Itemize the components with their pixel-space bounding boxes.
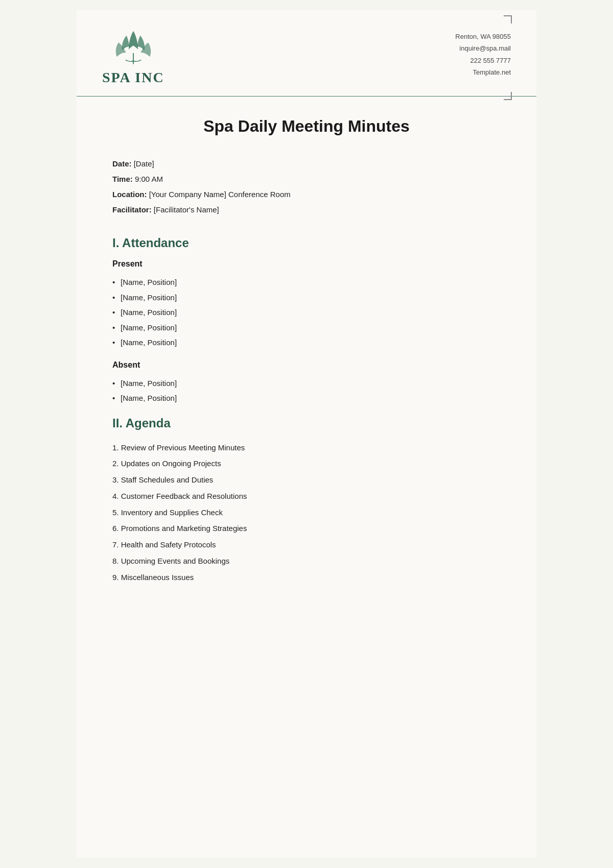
agenda-heading: II. Agenda	[112, 416, 501, 430]
list-item: 1. Review of Previous Meeting Minutes	[112, 440, 501, 456]
meta-section: Date: [Date] Time: 9:00 AM Location: [Yo…	[112, 156, 501, 218]
facilitator-label: Facilitator:	[112, 205, 152, 214]
absent-list: [Name, Position] [Name, Position]	[112, 376, 501, 406]
lotus-icon	[110, 26, 156, 66]
list-item: 9. Miscellaneous Issues	[112, 569, 501, 586]
contact-info: Renton, WA 98055 inquire@spa.mail 222 55…	[455, 26, 511, 79]
contact-address: Renton, WA 98055	[455, 31, 511, 42]
list-item: 3. Staff Schedules and Duties	[112, 472, 501, 488]
contact-website: Template.net	[455, 66, 511, 78]
time-label: Time:	[112, 175, 133, 183]
attendance-heading: I. Attendance	[112, 236, 501, 250]
list-item: 4. Customer Feedback and Resolutions	[112, 488, 501, 504]
absent-subheading: Absent	[112, 360, 501, 370]
list-item: [Name, Position]	[112, 376, 501, 391]
corner-bracket-bottom	[504, 92, 512, 100]
meta-location: Location: [Your Company Name] Conference…	[112, 187, 501, 202]
list-item: [Name, Position]	[112, 391, 501, 406]
present-list: [Name, Position] [Name, Position] [Name,…	[112, 275, 501, 350]
main-content: Spa Daily Meeting Minutes Date: [Date] T…	[77, 97, 536, 621]
company-name: SPA INC	[102, 69, 164, 86]
document-page: SPA INC Renton, WA 98055 inquire@spa.mai…	[77, 10, 536, 858]
page-header: SPA INC Renton, WA 98055 inquire@spa.mai…	[77, 10, 536, 97]
list-item: 8. Upcoming Events and Bookings	[112, 553, 501, 569]
location-value: [Your Company Name] Conference Room	[149, 190, 291, 199]
list-item: 6. Promotions and Marketing Strategies	[112, 520, 501, 537]
list-item: 2. Updates on Ongoing Projects	[112, 455, 501, 472]
date-value: [Date]	[134, 159, 154, 168]
time-value: 9:00 AM	[135, 175, 163, 183]
date-label: Date:	[112, 159, 132, 168]
list-item: 5. Inventory and Supplies Check	[112, 504, 501, 521]
location-label: Location:	[112, 190, 147, 199]
present-subheading: Present	[112, 259, 501, 269]
corner-bracket-top	[504, 15, 512, 23]
agenda-list: 1. Review of Previous Meeting Minutes 2.…	[112, 440, 501, 586]
list-item: [Name, Position]	[112, 305, 501, 320]
list-item: [Name, Position]	[112, 335, 501, 350]
list-item: [Name, Position]	[112, 275, 501, 290]
facilitator-value: [Facilitator's Name]	[154, 205, 219, 214]
list-item: [Name, Position]	[112, 290, 501, 305]
meta-facilitator: Facilitator: [Facilitator's Name]	[112, 202, 501, 218]
logo-area: SPA INC	[102, 26, 164, 86]
list-item: 7. Health and Safety Protocols	[112, 537, 501, 553]
meta-date: Date: [Date]	[112, 156, 501, 172]
contact-phone: 222 555 7777	[455, 55, 511, 66]
list-item: [Name, Position]	[112, 320, 501, 335]
document-title: Spa Daily Meeting Minutes	[112, 117, 501, 136]
meta-time: Time: 9:00 AM	[112, 172, 501, 187]
contact-email: inquire@spa.mail	[455, 42, 511, 54]
